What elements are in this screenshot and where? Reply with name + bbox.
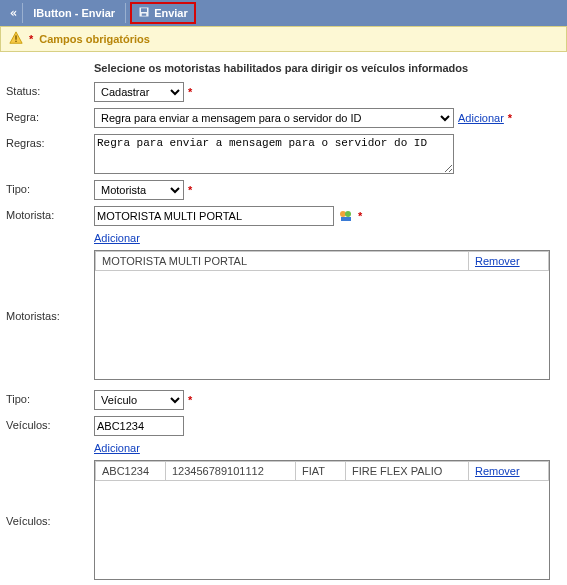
svg-rect-1 (141, 8, 147, 12)
required-marker: * (188, 394, 192, 406)
required-marker: * (358, 210, 362, 222)
veiculos-add-link[interactable]: Adicionar (94, 442, 561, 454)
remove-link[interactable]: Remover (475, 465, 520, 477)
tipo1-select[interactable]: Motorista (94, 180, 184, 200)
required-text: Campos obrigatórios (39, 33, 150, 45)
veiculos-input-label: Veículos: (6, 416, 94, 431)
regras-textarea[interactable] (94, 134, 454, 174)
back-button[interactable]: « (4, 3, 23, 23)
veiculo-plate-cell: ABC1234 (96, 462, 166, 481)
motoristas-listbox: MOTORISTA MULTI PORTAL Remover (94, 250, 550, 380)
regras-label: Regras: (6, 134, 94, 149)
motoristas-list-label: Motoristas: (6, 250, 94, 322)
veiculos-list-label: Veículos: (6, 460, 94, 527)
remove-link[interactable]: Remover (475, 255, 520, 267)
motorista-name-cell: MOTORISTA MULTI PORTAL (96, 252, 469, 271)
svg-rect-8 (341, 217, 351, 221)
svg-point-7 (345, 211, 351, 217)
lookup-icon[interactable] (338, 208, 354, 224)
veiculo-model-cell: FIRE FLEX PALIO (346, 462, 469, 481)
motorista-input[interactable] (94, 206, 334, 226)
regra-label: Regra: (6, 108, 94, 123)
veiculo-make-cell: FIAT (296, 462, 346, 481)
toolbar: « IButton - Enviar Enviar (0, 0, 567, 26)
veiculos-listbox: ABC1234 123456789101112 FIAT FIRE FLEX P… (94, 460, 550, 580)
svg-rect-5 (15, 41, 16, 42)
status-select[interactable]: Cadastrar (94, 82, 184, 102)
warning-icon (9, 31, 23, 47)
motorista-add-link[interactable]: Adicionar (94, 232, 561, 244)
tipo2-select[interactable]: Veículo (94, 390, 184, 410)
svg-rect-4 (15, 35, 16, 39)
form: Selecione os motoristas habilitados para… (0, 52, 567, 585)
tipo2-label: Tipo: (6, 390, 94, 405)
regra-select[interactable]: Regra para enviar a mensagem para o serv… (94, 108, 454, 128)
table-row: MOTORISTA MULTI PORTAL Remover (96, 252, 549, 271)
veiculo-code-cell: 123456789101112 (166, 462, 296, 481)
save-icon (138, 6, 150, 20)
table-row: ABC1234 123456789101112 FIAT FIRE FLEX P… (96, 462, 549, 481)
required-marker: * (188, 86, 192, 98)
send-button[interactable]: Enviar (130, 2, 196, 24)
veiculos-input[interactable] (94, 416, 184, 436)
required-marker: * (508, 112, 512, 124)
motorista-label: Motorista: (6, 206, 94, 221)
status-label: Status: (6, 82, 94, 97)
svg-rect-2 (142, 14, 147, 16)
send-button-label: Enviar (154, 7, 188, 19)
toolbar-title: IButton - Enviar (27, 3, 126, 23)
instruction-text: Selecione os motoristas habilitados para… (94, 62, 561, 74)
required-marker: * (188, 184, 192, 196)
regra-add-link[interactable]: Adicionar (458, 112, 504, 124)
required-fields-bar: * Campos obrigatórios (0, 26, 567, 52)
tipo1-label: Tipo: (6, 180, 94, 195)
required-asterisk: * (29, 33, 33, 45)
